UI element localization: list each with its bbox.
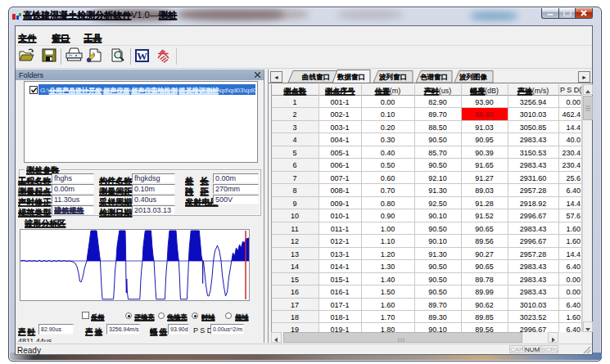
svg-text:数据窗口: 数据窗口 bbox=[337, 73, 365, 81]
svg-text:色谱窗口: 色谱窗口 bbox=[420, 73, 448, 81]
svg-text:曲线窗口: 曲线窗口 bbox=[302, 73, 330, 81]
svg-text:W: W bbox=[137, 50, 147, 62]
svg-text:波列窗口: 波列窗口 bbox=[379, 73, 407, 81]
svg-text:波列图像: 波列图像 bbox=[459, 73, 488, 81]
